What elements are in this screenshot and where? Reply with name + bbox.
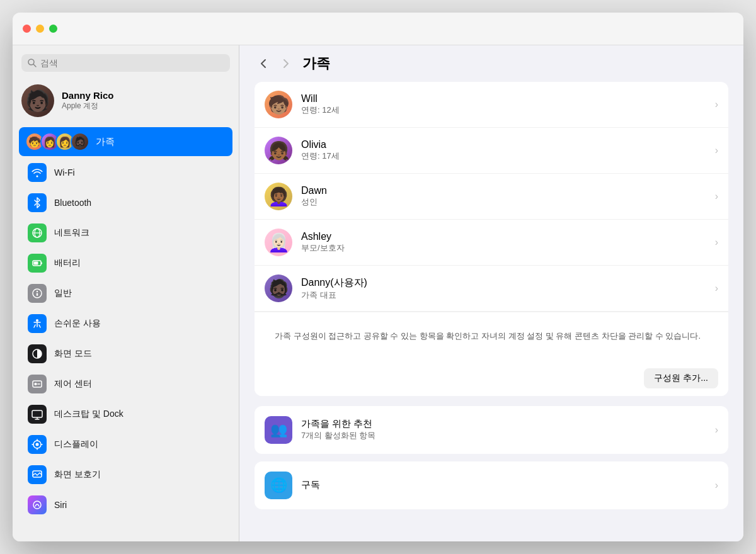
back-button[interactable] (255, 55, 272, 72)
displays-icon (28, 435, 47, 454)
family-avatars: 🧒 👩 👩 🧔🏿 (25, 132, 89, 151)
sidebar-item-general[interactable]: 일반 (19, 279, 232, 308)
svg-rect-7 (34, 262, 38, 265)
bluetooth-icon (28, 193, 47, 212)
chevron-right-icon: › (715, 99, 718, 110)
avatar: 👩🏻‍🦳 (265, 229, 292, 256)
search-input[interactable] (40, 58, 224, 68)
main-panel: 가족 🧒🏽 Will 연령: 12세 › (239, 45, 743, 541)
member-age: 연령: 17세 (301, 150, 715, 162)
description-section: 가족 구성원이 접근하고 공유할 수 있는 항목을 확인하고 자녀의 계정 설정… (255, 312, 728, 361)
profile-info: Danny Rico Apple 계정 (62, 90, 114, 111)
forward-button[interactable] (277, 55, 295, 72)
members-card: 🧒🏽 Will 연령: 12세 › 👧🏾 (255, 82, 728, 396)
sidebar: 🧑🏿 Danny Rico Apple 계정 🧒 👩 👩 🧔🏿 가족 (13, 45, 239, 541)
sidebar-item-label: Wi-Fi (54, 167, 75, 178)
member-name: Olivia (301, 139, 715, 150)
main-content: 🧒🏽 Will 연령: 12세 › 👧🏾 (239, 82, 743, 532)
promo-card-subscription[interactable]: 🌐 구독 › (255, 461, 728, 509)
sidebar-item-label: Bluetooth (54, 198, 91, 208)
close-button[interactable] (23, 25, 31, 33)
table-row[interactable]: 👧🏾 Olivia 연령: 17세 › (255, 128, 728, 174)
search-bar[interactable] (21, 54, 230, 72)
svg-point-9 (37, 291, 38, 292)
chevron-right-icon: › (715, 191, 718, 202)
member-info: Olivia 연령: 17세 (301, 139, 715, 162)
sidebar-item-control[interactable]: 제어 센터 (19, 370, 232, 399)
promo-title: 구독 (301, 479, 715, 491)
sidebar-item-screensaver[interactable]: 화면 보호기 (19, 460, 232, 489)
avatar: 🧒🏽 (265, 91, 292, 118)
member-age: 성인 (301, 196, 715, 208)
sidebar-item-siri[interactable]: Siri (19, 490, 232, 519)
accessibility-icon (28, 314, 47, 333)
member-name: Ashley (301, 231, 715, 242)
svg-rect-17 (32, 410, 42, 417)
sidebar-item-network[interactable]: 네트워크 (19, 218, 232, 247)
avatar: 👩🏾‍🦱 (265, 183, 292, 210)
sidebar-item-label: 화면 모드 (54, 348, 92, 359)
sidebar-item-battery[interactable]: 배터리 (19, 249, 232, 278)
member-age: 부모/보호자 (301, 242, 715, 254)
svg-rect-6 (41, 263, 42, 264)
promo-icon: 👥 (265, 416, 292, 444)
screensaver-icon (28, 465, 47, 484)
sidebar-item-family[interactable]: 🧒 👩 👩 🧔🏿 가족 (19, 127, 232, 156)
avatar: 🧔🏿 (265, 274, 292, 302)
promo-info: 가족을 위한 추천 7개의 활성화된 항목 (301, 418, 715, 441)
svg-point-21 (36, 443, 39, 446)
promo-subtitle: 7개의 활성화된 항목 (301, 430, 715, 441)
sidebar-item-display-mode[interactable]: 화면 모드 (19, 339, 232, 368)
member-name: Danny(사용자) (301, 276, 715, 290)
content-area: 🧑🏿 Danny Rico Apple 계정 🧒 👩 👩 🧔🏿 가족 (13, 45, 743, 541)
sidebar-item-wifi[interactable]: Wi-Fi (19, 158, 232, 187)
main-header: 가족 (239, 45, 743, 82)
member-info: Will 연령: 12세 (301, 93, 715, 116)
main-window: 🧑🏿 Danny Rico Apple 계정 🧒 👩 👩 🧔🏿 가족 (13, 13, 743, 541)
control-icon (28, 375, 47, 393)
display-mode-icon (28, 344, 47, 363)
member-age: 연령: 12세 (301, 105, 715, 116)
chevron-right-icon: › (715, 237, 718, 248)
avatar: 🧑🏿 (21, 84, 54, 117)
desktop-icon (28, 405, 47, 424)
svg-point-27 (33, 501, 41, 509)
table-row[interactable]: 👩🏻‍🦳 Ashley 부모/보호자 › (255, 220, 728, 266)
sidebar-item-label: 데스크탑 및 Dock (54, 409, 123, 420)
profile-section[interactable]: 🧑🏿 Danny Rico Apple 계정 (13, 78, 239, 126)
sidebar-item-accessibility[interactable]: 손쉬운 사용 (19, 309, 232, 338)
sidebar-item-label: 제어 센터 (54, 378, 92, 390)
svg-line-1 (33, 64, 36, 67)
table-row[interactable]: 👩🏾‍🦱 Dawn 성인 › (255, 174, 728, 220)
family-avatar-danny: 🧔🏿 (71, 132, 89, 151)
sidebar-item-displays[interactable]: 디스플레이 (19, 430, 232, 459)
sidebar-item-label: 네트워크 (54, 227, 89, 239)
siri-icon (28, 495, 47, 514)
sidebar-item-desktop[interactable]: 데스크탑 및 Dock (19, 400, 232, 429)
add-member-button[interactable]: 구성원 추가... (644, 368, 718, 388)
maximize-button[interactable] (49, 25, 57, 33)
sidebar-item-label: 일반 (54, 288, 72, 299)
sidebar-item-label: 손쉬운 사용 (54, 318, 101, 329)
titlebar (13, 13, 743, 45)
sidebar-item-label: 배터리 (54, 257, 81, 269)
family-label: 가족 (96, 136, 115, 148)
network-icon (28, 223, 47, 242)
sidebar-item-bluetooth[interactable]: Bluetooth (19, 188, 232, 217)
sidebar-item-label: 디스플레이 (54, 439, 98, 450)
member-info: Ashley 부모/보호자 (301, 231, 715, 254)
description-text: 가족 구성원이 접근하고 공유할 수 있는 항목을 확인하고 자녀의 계정 설정… (265, 321, 718, 352)
promo-card-recommendations[interactable]: 👥 가족을 위한 추천 7개의 활성화된 항목 › (255, 406, 728, 454)
minimize-button[interactable] (36, 25, 44, 33)
general-icon (28, 284, 47, 303)
svg-point-16 (35, 383, 37, 385)
avatar: 👧🏾 (265, 137, 292, 164)
table-row[interactable]: 🧒🏽 Will 연령: 12세 › (255, 82, 728, 128)
profile-subtitle: Apple 계정 (62, 101, 114, 111)
chevron-right-icon: › (715, 145, 718, 156)
add-member-row: 구성원 추가... (255, 361, 728, 396)
sidebar-item-label: 화면 보호기 (54, 469, 101, 480)
wifi-icon (28, 163, 47, 182)
table-row[interactable]: 🧔🏿 Danny(사용자) 가족 대표 › (255, 266, 728, 312)
member-name: Will (301, 93, 715, 105)
